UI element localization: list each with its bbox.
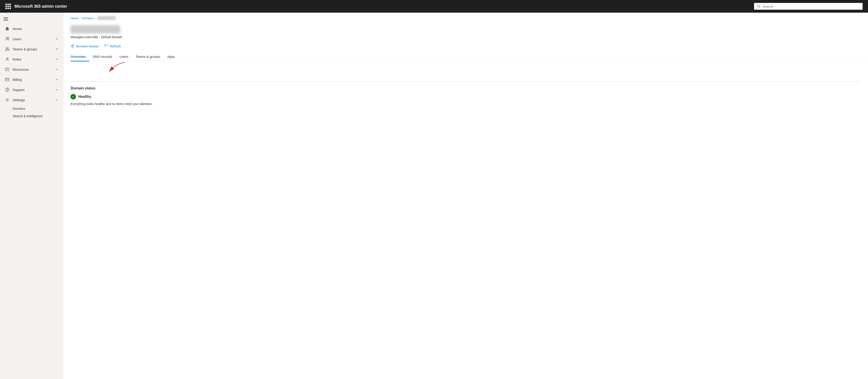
chevron-down-icon <box>55 88 59 92</box>
tabs-bar: Overview DNS records Users Teams & group… <box>63 52 868 62</box>
tab-teams-groups[interactable]: Teams & groups <box>132 52 164 61</box>
breadcrumb-current-blurred <box>97 16 116 20</box>
chevron-down-icon <box>55 68 59 71</box>
sidebar-item-home-label: Home <box>13 27 59 31</box>
section-divider <box>70 81 861 82</box>
remove-domain-button[interactable]: Remove domain <box>70 43 99 49</box>
sidebar-item-teams-groups[interactable]: Teams & groups <box>1 44 62 54</box>
svg-point-6 <box>8 37 9 39</box>
refresh-icon <box>104 44 108 48</box>
trash-icon <box>70 44 74 48</box>
svg-line-1 <box>760 7 761 8</box>
sidebar-subitem-search-intelligence-label: Search & intelligence <box>13 114 42 118</box>
svg-point-14 <box>6 99 8 101</box>
page-title-blurred <box>70 25 120 33</box>
breadcrumb: Home › Domains › <box>63 13 868 22</box>
sidebar-item-billing-label: Billing <box>13 78 55 81</box>
settings-icon <box>4 97 10 103</box>
roles-icon <box>4 57 10 62</box>
sidebar-item-settings-label: Settings <box>13 98 55 102</box>
tab-dns-records[interactable]: DNS records <box>89 52 116 61</box>
search-box[interactable] <box>754 3 863 10</box>
search-input[interactable] <box>763 4 860 8</box>
chevron-down-icon <box>55 47 59 51</box>
teams-icon <box>4 46 10 52</box>
users-icon <box>4 36 10 41</box>
sidebar-item-users-label: Users <box>13 37 55 41</box>
search-icon <box>757 4 761 8</box>
svg-point-7 <box>6 48 7 49</box>
resources-icon <box>4 67 10 72</box>
sidebar-subitem-search-intelligence[interactable]: Search & intelligence <box>1 112 62 120</box>
hamburger-button[interactable] <box>0 14 63 24</box>
home-icon <box>4 26 10 31</box>
sidebar: Home Users <box>0 13 63 379</box>
arrow-annotation <box>70 62 861 76</box>
breadcrumb-home[interactable]: Home <box>70 16 79 20</box>
svg-point-13 <box>7 91 7 91</box>
tab-apps[interactable]: Apps <box>164 52 179 61</box>
sidebar-item-settings[interactable]: Settings <box>1 95 62 105</box>
annotation-arrow <box>84 62 134 76</box>
svg-point-5 <box>6 37 7 39</box>
refresh-label: Refresh <box>110 44 121 48</box>
main-content: Home › Domains › Managed externally - De… <box>63 13 868 379</box>
support-icon <box>4 87 10 92</box>
page-header: Managed externally - Default domain <box>63 22 868 41</box>
svg-rect-11 <box>5 78 9 81</box>
app-title: Microsoft 365 admin center <box>14 4 754 9</box>
layout: Home Users <box>0 13 868 379</box>
svg-rect-2 <box>4 18 8 18</box>
sidebar-item-roles[interactable]: Roles <box>1 54 62 64</box>
topbar: Microsoft 365 admin center <box>0 0 868 13</box>
status-healthy-label: Healthy <box>78 95 91 99</box>
chevron-up-icon <box>55 98 59 102</box>
billing-icon <box>4 77 10 82</box>
tab-users[interactable]: Users <box>116 52 132 61</box>
page-actions: Remove domain Refresh <box>63 41 868 52</box>
svg-rect-10 <box>5 68 9 71</box>
chevron-down-icon <box>55 78 59 81</box>
sidebar-item-roles-label: Roles <box>13 57 55 61</box>
svg-rect-3 <box>4 19 8 19</box>
tab-overview[interactable]: Overview <box>70 52 89 61</box>
page-subtitle: Managed externally - Default domain <box>70 35 861 39</box>
sidebar-item-support[interactable]: Support <box>1 85 62 95</box>
svg-point-0 <box>757 5 760 7</box>
status-description: Everything looks healthy and no items ne… <box>70 102 861 106</box>
healthy-icon: ✓ <box>70 94 76 99</box>
sidebar-subitem-domains[interactable]: Domains <box>1 105 62 112</box>
svg-rect-4 <box>4 20 8 21</box>
svg-point-8 <box>7 48 8 49</box>
breadcrumb-domains[interactable]: Domains <box>82 16 94 20</box>
sidebar-item-home[interactable]: Home <box>1 24 62 34</box>
chevron-down-icon <box>55 37 59 41</box>
sidebar-item-users[interactable]: Users <box>1 34 62 44</box>
sidebar-subitem-domains-label: Domains <box>13 107 25 110</box>
sidebar-item-resources[interactable]: Resources <box>1 64 62 74</box>
sidebar-item-resources-label: Resources <box>13 68 55 71</box>
status-healthy: ✓ Healthy <box>70 94 861 99</box>
sidebar-item-teams-label: Teams & groups <box>13 47 55 51</box>
content-area: Domain status ✓ Healthy Everything looks… <box>63 76 868 111</box>
waffle-menu[interactable] <box>5 4 11 9</box>
chevron-down-icon <box>55 57 59 61</box>
refresh-button[interactable]: Refresh <box>104 43 121 49</box>
remove-domain-label: Remove domain <box>76 44 99 48</box>
domain-status-title: Domain status <box>70 86 861 90</box>
sidebar-item-support-label: Support <box>13 88 55 92</box>
sidebar-item-billing[interactable]: Billing <box>1 74 62 84</box>
